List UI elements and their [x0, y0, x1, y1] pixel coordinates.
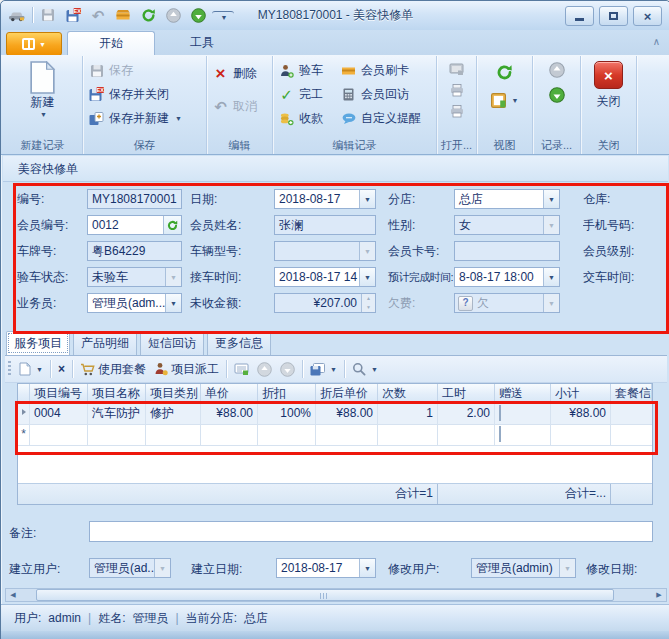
- gift-checkbox-focused[interactable]: [499, 426, 501, 442]
- cell-item-name[interactable]: 汽车防护: [88, 404, 146, 424]
- new-cell[interactable]: [258, 425, 316, 445]
- new-cell[interactable]: [30, 425, 88, 445]
- col-unit-price[interactable]: 单价: [201, 384, 258, 403]
- layout-button[interactable]: ▼: [488, 90, 522, 110]
- dispatch-button[interactable]: 项目派工: [151, 359, 222, 380]
- horizontal-scrollbar[interactable]: ◀ ▶: [5, 588, 667, 602]
- save-layout-button[interactable]: ▼: [307, 359, 340, 380]
- salesman-field[interactable]: 管理员(adm...▼: [87, 293, 182, 313]
- refresh-view-button[interactable]: [493, 62, 516, 82]
- model-label: 车辆型号:: [190, 243, 274, 260]
- date-field[interactable]: 2018-08-17▼: [274, 189, 376, 209]
- cell-item-type[interactable]: 修护: [146, 404, 201, 424]
- tab-more-info[interactable]: 更多信息: [207, 331, 271, 355]
- close-form-button[interactable]: × 关闭: [583, 58, 634, 110]
- qat-save-close-icon[interactable]: EX: [62, 4, 84, 26]
- use-package-button[interactable]: 使用套餐: [77, 359, 149, 380]
- status-user-value: admin: [48, 611, 81, 625]
- est-dropdown-icon[interactable]: ▼: [543, 268, 559, 286]
- plate-field[interactable]: 粤B64229: [87, 241, 182, 261]
- next-record-button[interactable]: [549, 87, 565, 103]
- cell-labor-hours[interactable]: 2.00: [438, 404, 495, 424]
- col-discounted-price[interactable]: 折后单价: [316, 384, 378, 403]
- custom-remind-button[interactable]: 自定义提醒: [337, 108, 424, 129]
- new-row[interactable]: *: [18, 425, 652, 446]
- branch-dropdown-icon[interactable]: ▼: [543, 190, 559, 208]
- remarks-input[interactable]: [89, 521, 653, 542]
- new-cell[interactable]: [438, 425, 495, 445]
- scroll-left-icon[interactable]: ◀: [6, 589, 20, 601]
- new-cell-gift[interactable]: [495, 425, 551, 445]
- close-window-button[interactable]: ×: [633, 6, 662, 26]
- tab-sms-followup[interactable]: 短信回访: [140, 331, 204, 355]
- col-package-info[interactable]: 套餐信息: [611, 384, 652, 403]
- inspect-car-button[interactable]: 验车: [275, 60, 337, 81]
- cell-subtotal[interactable]: ¥88.00: [551, 404, 611, 424]
- collect-payment-button[interactable]: 收款: [275, 108, 337, 129]
- cell-package-info[interactable]: [611, 404, 652, 424]
- cell-unit-price[interactable]: ¥88.00: [201, 404, 258, 424]
- col-times[interactable]: 次数: [378, 384, 438, 403]
- report-button[interactable]: [231, 359, 252, 380]
- cell-gift[interactable]: [495, 404, 551, 424]
- col-item-name[interactable]: 项目名称: [88, 384, 146, 403]
- collapse-ribbon-icon[interactable]: ∧: [653, 36, 660, 47]
- new-cell[interactable]: [316, 425, 378, 445]
- col-subtotal[interactable]: 小计: [551, 384, 611, 403]
- app-car-icon[interactable]: [6, 4, 28, 26]
- cell-discounted-price[interactable]: ¥88.00: [316, 404, 378, 424]
- tab-tools[interactable]: 工具: [159, 31, 245, 55]
- col-item-no[interactable]: 项目编号: [30, 384, 88, 403]
- salesman-dropdown-icon[interactable]: ▼: [165, 294, 181, 312]
- new-cell[interactable]: [378, 425, 438, 445]
- receive-dropdown-icon[interactable]: ▼: [359, 268, 375, 286]
- save-close-button[interactable]: EX 保存并关闭: [85, 84, 185, 105]
- est-finish-field[interactable]: 8-08-17 18:00▼: [454, 267, 560, 287]
- new-button[interactable]: 新建 ▼: [12, 58, 74, 118]
- add-row-button[interactable]: ▼: [16, 359, 46, 380]
- tab-service-items[interactable]: 服务项目: [6, 331, 70, 355]
- new-cell[interactable]: [201, 425, 258, 445]
- app-menu-button[interactable]: ▼: [6, 32, 62, 56]
- col-item-type[interactable]: 项目类别: [146, 384, 201, 403]
- tab-home[interactable]: 开始: [67, 31, 155, 55]
- cell-item-no[interactable]: 0004: [30, 404, 88, 424]
- tab-product-detail[interactable]: 产品明细: [73, 331, 137, 355]
- branch-field[interactable]: 总店▼: [454, 189, 560, 209]
- created-date-field[interactable]: 2018-08-17▼: [276, 558, 376, 578]
- add-row-dropdown-icon[interactable]: ▼: [36, 366, 43, 373]
- search-button[interactable]: ▼: [349, 359, 381, 380]
- delete-icon: ×: [212, 66, 229, 82]
- table-row[interactable]: 0004 汽车防护 修护 ¥88.00 100% ¥88.00 1 2.00 ¥…: [18, 404, 652, 425]
- col-discount[interactable]: 折扣: [258, 384, 316, 403]
- new-cell[interactable]: [88, 425, 146, 445]
- delete-button[interactable]: × 删除: [209, 63, 260, 84]
- created-date-dropdown-icon[interactable]: ▼: [359, 559, 375, 577]
- search-dropdown-icon[interactable]: ▼: [371, 366, 378, 373]
- member-swipe-button[interactable]: 会员刷卡: [337, 60, 424, 81]
- delete-row-button[interactable]: ×: [55, 359, 68, 380]
- save-layout-dropdown-icon[interactable]: ▼: [330, 366, 337, 373]
- member-visit-button[interactable]: 会员回访: [337, 84, 424, 105]
- cell-discount[interactable]: 100%: [258, 404, 316, 424]
- new-cell[interactable]: [146, 425, 201, 445]
- save-new-button[interactable]: 保存并新建 ▼: [85, 108, 185, 129]
- member-no-field[interactable]: 0012: [87, 215, 182, 235]
- col-labor-hours[interactable]: 工时: [438, 384, 495, 403]
- code-label: 编号:: [3, 191, 87, 208]
- col-gift[interactable]: 赠送: [495, 384, 551, 403]
- cell-times[interactable]: 1: [378, 404, 438, 424]
- new-cell[interactable]: [611, 425, 652, 445]
- scroll-right-icon[interactable]: ▶: [652, 589, 666, 601]
- gift-checkbox[interactable]: [499, 405, 501, 421]
- print-button[interactable]: [447, 81, 467, 99]
- finish-button[interactable]: ✓ 完工: [275, 84, 337, 105]
- date-dropdown-icon[interactable]: ▼: [359, 190, 375, 208]
- receive-time-field[interactable]: 2018-08-17 14▼: [274, 267, 376, 287]
- scrollbar-thumb[interactable]: [36, 589, 614, 601]
- maximize-button[interactable]: [599, 6, 628, 26]
- print2-button[interactable]: [447, 102, 467, 120]
- member-refresh-icon[interactable]: [163, 216, 181, 234]
- new-cell[interactable]: [551, 425, 611, 445]
- minimize-button[interactable]: [565, 6, 594, 26]
